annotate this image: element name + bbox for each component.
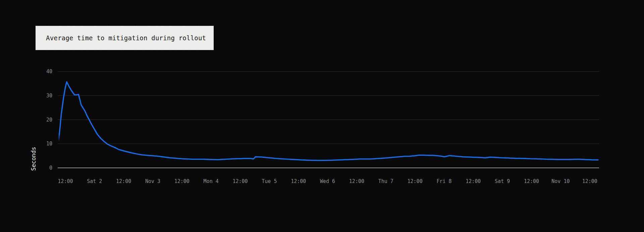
y-tick-label: 40: [39, 68, 52, 75]
x-tick-label: 12:00: [116, 178, 131, 184]
x-tick-label: Wed 6: [320, 178, 335, 184]
x-tick-label: Sat 9: [495, 178, 510, 184]
dashboard-canvas: Average time to mitigation during rollou…: [0, 0, 644, 232]
x-tick-label: Fri 8: [436, 178, 451, 184]
x-tick-label: Tue 5: [262, 178, 277, 184]
y-tick-label: 0: [39, 165, 52, 171]
y-tick-label: 10: [39, 141, 52, 147]
x-tick-label: Nov 3: [145, 178, 160, 184]
y-tick-label: 20: [39, 117, 52, 123]
x-tick-label: 12:00: [466, 178, 481, 184]
x-tick-label: 12:00: [58, 178, 73, 184]
x-tick-label: 12:00: [291, 178, 306, 184]
series-line-avg-mitigation: [59, 82, 598, 160]
y-tick-label: 30: [39, 93, 52, 99]
x-tick-label: Thu 7: [378, 178, 393, 184]
x-tick-label: 12:00: [524, 178, 539, 184]
x-tick-label: 12:00: [232, 178, 248, 184]
x-tick-label: Mon 4: [204, 178, 219, 184]
x-tick-label: 12:00: [582, 178, 597, 184]
x-tick-label: Nov 10: [551, 178, 570, 184]
x-tick-label: 12:00: [408, 178, 423, 184]
grid-layer: [58, 72, 599, 168]
x-tick-label: 12:00: [349, 178, 364, 184]
line-chart[interactable]: [0, 0, 644, 232]
x-tick-label: 12:00: [174, 178, 190, 184]
x-tick-label: Sat 2: [87, 178, 102, 184]
series-line-lead-fade: [59, 134, 59, 142]
